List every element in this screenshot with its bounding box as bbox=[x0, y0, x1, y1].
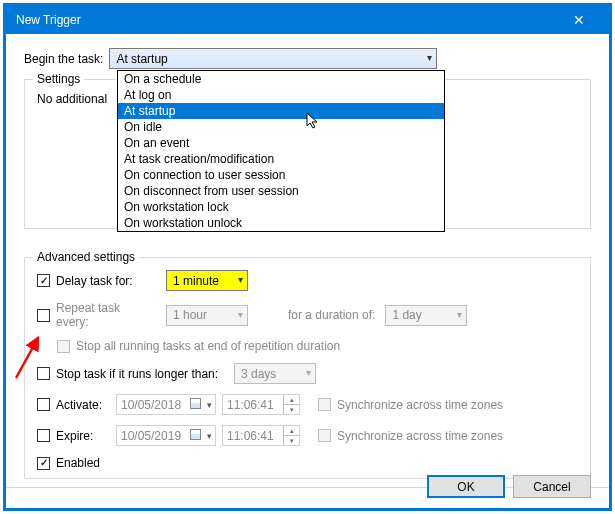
dropdown-option[interactable]: At log on bbox=[118, 87, 444, 103]
delay-label: Delay task for: bbox=[56, 274, 156, 288]
close-icon[interactable]: ✕ bbox=[559, 12, 599, 28]
activate-sync-checkbox bbox=[318, 398, 331, 411]
settings-legend: Settings bbox=[33, 72, 84, 86]
activate-date: 10/05/2018 ▾ bbox=[116, 394, 216, 415]
activate-time-value: 11:06:41 bbox=[227, 398, 274, 412]
dropdown-option[interactable]: On disconnect from user session bbox=[118, 183, 444, 199]
calendar-icon bbox=[190, 429, 201, 440]
titlebar[interactable]: New Trigger ✕ bbox=[6, 6, 609, 34]
activate-sync-label: Synchronize across time zones bbox=[337, 398, 503, 412]
dropdown-option[interactable]: On connection to user session bbox=[118, 167, 444, 183]
activate-label: Activate: bbox=[56, 398, 106, 412]
begin-task-combo[interactable]: At startup ▾ bbox=[109, 48, 437, 69]
chevron-down-icon: ▾ bbox=[207, 431, 212, 441]
chevron-down-icon: ▾ bbox=[457, 309, 462, 320]
stoplong-combo: 3 days ▾ bbox=[234, 363, 316, 384]
expire-date: 10/05/2019 ▾ bbox=[116, 425, 216, 446]
spinner-icon: ▴▾ bbox=[283, 426, 299, 445]
delay-combo[interactable]: 1 minute ▾ bbox=[166, 270, 248, 291]
stoplong-checkbox[interactable] bbox=[37, 367, 50, 380]
delay-value: 1 minute bbox=[173, 274, 219, 288]
repeat-value: 1 hour bbox=[173, 308, 207, 322]
spinner-icon: ▴▾ bbox=[283, 395, 299, 414]
expire-label: Expire: bbox=[56, 429, 106, 443]
chevron-down-icon: ▾ bbox=[207, 400, 212, 410]
repeat-duration-combo: 1 day ▾ bbox=[385, 305, 467, 326]
chevron-down-icon: ▾ bbox=[306, 367, 311, 378]
chevron-down-icon: ▾ bbox=[238, 274, 243, 285]
cancel-button[interactable]: Cancel bbox=[513, 475, 591, 498]
dropdown-option[interactable]: On an event bbox=[118, 135, 444, 151]
enabled-checkbox[interactable] bbox=[37, 457, 50, 470]
activate-time: 11:06:41 ▴▾ bbox=[222, 394, 300, 415]
chevron-down-icon: ▾ bbox=[238, 309, 243, 320]
expire-checkbox[interactable] bbox=[37, 429, 50, 442]
repeat-stop-label: Stop all running tasks at end of repetit… bbox=[76, 339, 340, 353]
ok-button[interactable]: OK bbox=[427, 475, 505, 498]
begin-task-label: Begin the task: bbox=[24, 52, 103, 66]
repeat-checkbox[interactable] bbox=[37, 309, 50, 322]
repeat-combo: 1 hour ▾ bbox=[166, 305, 248, 326]
activate-date-value: 10/05/2018 bbox=[121, 398, 181, 412]
stoplong-label: Stop task if it runs longer than: bbox=[56, 367, 224, 381]
dropdown-option[interactable]: On a schedule bbox=[118, 71, 444, 87]
begin-task-value: At startup bbox=[116, 52, 167, 66]
repeat-duration-label: for a duration of: bbox=[288, 308, 375, 322]
window-title: New Trigger bbox=[16, 13, 559, 27]
expire-time-value: 11:06:41 bbox=[227, 429, 274, 443]
repeat-stop-checkbox bbox=[57, 340, 70, 353]
advanced-legend: Advanced settings bbox=[33, 250, 139, 264]
advanced-group: Advanced settings Delay task for: 1 minu… bbox=[24, 257, 591, 479]
begin-task-dropdown[interactable]: On a scheduleAt log onAt startupOn idleO… bbox=[117, 70, 445, 232]
delay-checkbox[interactable] bbox=[37, 274, 50, 287]
repeat-duration-value: 1 day bbox=[392, 308, 421, 322]
repeat-label: Repeat task every: bbox=[56, 301, 156, 329]
dropdown-option[interactable]: On workstation lock bbox=[118, 199, 444, 215]
stoplong-value: 3 days bbox=[241, 367, 276, 381]
chevron-down-icon: ▾ bbox=[427, 52, 432, 63]
dropdown-option[interactable]: At task creation/modification bbox=[118, 151, 444, 167]
activate-checkbox[interactable] bbox=[37, 398, 50, 411]
dropdown-option[interactable]: At startup bbox=[118, 103, 444, 119]
dropdown-option[interactable]: On idle bbox=[118, 119, 444, 135]
expire-date-value: 10/05/2019 bbox=[121, 429, 181, 443]
calendar-icon bbox=[190, 398, 201, 409]
expire-time: 11:06:41 ▴▾ bbox=[222, 425, 300, 446]
expire-sync-checkbox bbox=[318, 429, 331, 442]
dropdown-option[interactable]: On workstation unlock bbox=[118, 215, 444, 231]
expire-sync-label: Synchronize across time zones bbox=[337, 429, 503, 443]
enabled-label: Enabled bbox=[56, 456, 100, 470]
